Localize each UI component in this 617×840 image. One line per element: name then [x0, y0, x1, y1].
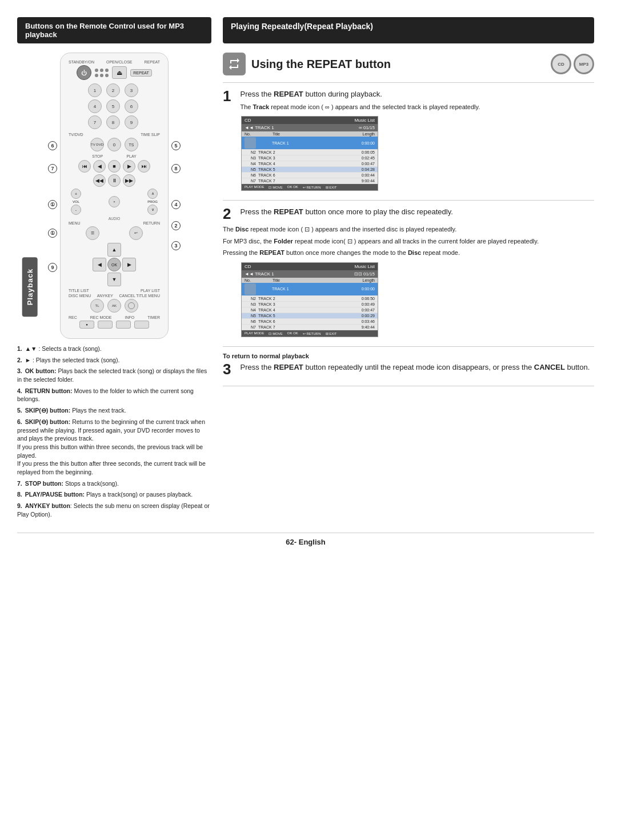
- open-label: OPEN/CLOSE: [106, 60, 133, 64]
- tv-mute-btn[interactable]: ×: [109, 196, 120, 207]
- repeat-icon-box: [223, 53, 246, 75]
- btn-7[interactable]: 7: [88, 115, 102, 129]
- tvdvd-labels: TV/DVD TIME SLIP: [66, 133, 162, 137]
- cd-disc-icon: CD: [551, 54, 571, 74]
- menu-return-labels: MENU RETURN: [66, 221, 162, 225]
- eject-btn[interactable]: ⏏: [112, 66, 127, 79]
- menu-label: MENU: [69, 221, 81, 225]
- menu-btn[interactable]: ☰: [86, 226, 99, 240]
- right-column: Using the REPEAT button CD MP3 1 Press t…: [223, 53, 594, 521]
- btn-6[interactable]: 6: [125, 99, 138, 113]
- divider-3: [223, 346, 594, 347]
- col-length: Length: [363, 132, 375, 136]
- indicator-dot-1: [95, 69, 98, 72]
- title-list-btn[interactable]: TL: [90, 299, 104, 313]
- cancel-btn[interactable]: [125, 299, 138, 313]
- standby-label: STANDBY/ON: [69, 60, 94, 64]
- nav-left[interactable]: ◀: [93, 258, 106, 271]
- numpad: 1 2 3 4 5 6 7 8 9: [66, 83, 162, 129]
- screen1-row-1: N2 TRACK 2 0:06:05: [242, 150, 378, 155]
- btn-5[interactable]: 5: [106, 99, 120, 113]
- nav-cluster: ▲ ◀ OK ▶ ▼: [93, 243, 136, 286]
- screen1-row-6: N7 TRACK 7 9:00:44: [242, 178, 378, 184]
- indicator-dot-6: [105, 74, 109, 77]
- repeat-btn[interactable]: REPEAT: [130, 69, 152, 77]
- ffwd-btn[interactable]: ▶▶: [123, 174, 135, 187]
- btn-2[interactable]: 2: [106, 83, 120, 97]
- col-title: Title: [273, 132, 351, 136]
- vol-label: VOL: [73, 200, 79, 203]
- bottom-btn-row: TL AK: [66, 299, 162, 313]
- step-1: 1 Press the REPEAT button during playbac…: [223, 89, 594, 191]
- nav-ok[interactable]: OK: [107, 258, 121, 271]
- return-btn[interactable]: ↩: [129, 226, 143, 240]
- stop-play-labels: STOP PLAY: [66, 154, 162, 158]
- header-left: Buttons on the Remote Control used for M…: [17, 17, 211, 43]
- skip-next-btn[interactable]: ⏭: [138, 160, 150, 173]
- play-btn[interactable]: ▶: [123, 160, 135, 173]
- skip-prev-btn[interactable]: ⏮: [78, 160, 91, 173]
- rec-mode-btn[interactable]: [98, 321, 113, 329]
- standby-btn[interactable]: ⏻: [77, 65, 91, 80]
- tvdvd-btn[interactable]: TV DVD: [90, 138, 104, 151]
- note-6: 6. SKIP(⊖) button: Returns to the beginn…: [17, 418, 211, 477]
- rew-btn[interactable]: ◀: [93, 160, 106, 173]
- step-1-sub: The Track repeat mode icon ( ∞ ) appears…: [240, 102, 480, 112]
- callout-6: 6: [48, 141, 57, 150]
- tvdvd-label: TV/DVD: [69, 133, 83, 137]
- timeslip-btn[interactable]: TS: [125, 138, 138, 151]
- playback-tab: Playback: [22, 257, 38, 317]
- vol-down-btn[interactable]: -: [71, 205, 81, 215]
- screen2-header: CD Music List: [242, 263, 378, 270]
- step-3: 3 Press the REPEAT button repeatedly unt…: [223, 362, 594, 377]
- btn-0[interactable]: 0: [107, 138, 121, 151]
- remote-wrapper: 6 7 ① ① 9 5 8 4 2: [17, 53, 211, 339]
- rec-btn[interactable]: ●: [79, 321, 94, 329]
- step-3-text: Press the REPEAT button repeatedly until…: [240, 362, 590, 373]
- btn-1[interactable]: 1: [88, 83, 102, 97]
- nav-right[interactable]: ▶: [122, 258, 136, 271]
- mp3-disc-icon: MP3: [574, 54, 594, 74]
- info-btn[interactable]: [116, 321, 131, 329]
- btn-4[interactable]: 4: [88, 99, 102, 113]
- prog-up-btn[interactable]: ∧: [147, 189, 158, 199]
- callout-5: 5: [171, 141, 181, 150]
- repeat-icon: [227, 57, 241, 71]
- note-4: 4. RETURN button: Moves to the folder to…: [17, 387, 211, 403]
- screen2-track-left: ◄◄ TRACK 1: [245, 271, 274, 277]
- btn-9[interactable]: 9: [125, 115, 138, 129]
- screen2-row-6: N7 TRACK 7 9:40:44: [242, 325, 378, 330]
- step-2-number: 2: [223, 206, 231, 221]
- step-2: 2 Press the REPEAT button once more to p…: [223, 206, 594, 337]
- play-list-label: PLAY LIST: [141, 289, 160, 293]
- screen-mockup-2: CD Music List ◄◄ TRACK 1 ⊡⊡ 01/15 No. Ti…: [241, 262, 378, 337]
- stop-btn[interactable]: ■: [108, 160, 121, 173]
- nav-down[interactable]: ▼: [107, 273, 121, 286]
- screen1-thumb: [245, 137, 256, 149]
- screen1-row-5: N6 TRACK 6 0:00:44: [242, 173, 378, 178]
- note-5: 5. SKIP(⊖) button: Plays the next track.: [17, 406, 211, 415]
- screen2-row-1: N2 TRACK 2 0:06:50: [242, 296, 378, 302]
- screen1-row-4: N5 TRACK 5 0:04:28: [242, 167, 378, 173]
- screen1-row-2: N3 TRACK 3 0:02:45: [242, 155, 378, 161]
- rec-labels: REC REC MODE INFO TIMER: [66, 315, 162, 319]
- screen2-header-right: Music List: [354, 264, 375, 269]
- anykey-btn[interactable]: AK: [107, 299, 121, 313]
- nav-up[interactable]: ▲: [107, 243, 121, 257]
- pause-btn[interactable]: ⏸: [108, 174, 121, 187]
- rrew-btn[interactable]: ◀◀: [93, 174, 106, 187]
- btn-8[interactable]: 8: [106, 115, 120, 129]
- rec-mode-label: REC MODE: [90, 315, 112, 319]
- btn-3[interactable]: 3: [125, 83, 138, 97]
- step-3-number: 3: [223, 362, 231, 377]
- col2-title: Title: [273, 278, 351, 282]
- timer-btn[interactable]: [134, 321, 149, 329]
- prog-down-btn[interactable]: ∨: [147, 205, 158, 215]
- play-label: PLAY: [126, 154, 136, 158]
- screen1-row-3: N4 TRACK 4 0:00:47: [242, 161, 378, 167]
- timeslip-label: TIME SLIP: [141, 133, 160, 137]
- page: Buttons on the Remote Control used for M…: [0, 0, 617, 563]
- vol-up-btn[interactable]: +: [71, 189, 81, 199]
- screen2-thumb: [245, 283, 256, 295]
- screen1-header-right: Music List: [354, 118, 375, 123]
